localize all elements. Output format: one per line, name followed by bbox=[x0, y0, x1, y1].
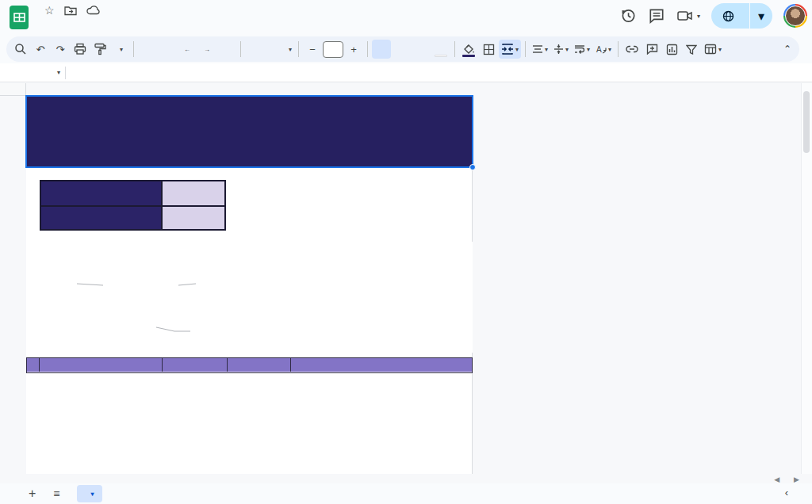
selection-fill-handle[interactable] bbox=[469, 164, 476, 170]
done-label-cell[interactable] bbox=[41, 207, 163, 229]
meet-dropdown-caret[interactable]: ▾ bbox=[697, 13, 700, 20]
text-color-button[interactable] bbox=[431, 40, 450, 59]
font-size-input[interactable] bbox=[323, 41, 343, 58]
borders-button[interactable] bbox=[479, 40, 498, 59]
sheet-tab-active[interactable]: ▾ bbox=[77, 485, 102, 502]
add-sheet-button[interactable]: + bbox=[29, 487, 36, 501]
priority-donut-chart[interactable] bbox=[28, 242, 255, 353]
table-views-button[interactable]: ▾ bbox=[702, 40, 724, 59]
share-dropdown-caret[interactable]: ▾ bbox=[750, 3, 772, 29]
share-button[interactable] bbox=[711, 3, 749, 29]
sheet-tab-bar: + ≡ ▾ ‹ bbox=[0, 483, 812, 504]
undo-icon[interactable]: ↶ bbox=[31, 40, 50, 59]
task-column-header[interactable] bbox=[40, 358, 163, 372]
vertical-scrollbar[interactable] bbox=[801, 83, 812, 474]
total-tasks-value-cell[interactable] bbox=[163, 181, 224, 205]
fill-color-button[interactable] bbox=[459, 40, 478, 59]
total-tasks-label-cell[interactable] bbox=[41, 181, 163, 205]
meet-video-icon[interactable] bbox=[676, 7, 694, 25]
insert-link-icon[interactable] bbox=[622, 40, 642, 59]
strikethrough-button[interactable] bbox=[412, 40, 431, 59]
insert-chart-icon[interactable] bbox=[662, 40, 681, 59]
task-table bbox=[26, 357, 473, 373]
cloud-status-icon[interactable] bbox=[86, 6, 100, 15]
create-filter-icon[interactable] bbox=[682, 40, 701, 59]
italic-button[interactable] bbox=[392, 40, 411, 59]
select-all-corner[interactable] bbox=[0, 83, 26, 96]
text-wrap-button[interactable]: ▾ bbox=[572, 40, 592, 59]
merge-cells-button[interactable]: ▾ bbox=[499, 40, 521, 59]
title-banner-cell[interactable] bbox=[26, 96, 473, 167]
format-percent-icon[interactable] bbox=[158, 40, 177, 59]
print-icon[interactable] bbox=[71, 40, 90, 59]
version-history-icon[interactable] bbox=[619, 7, 637, 25]
due-date-column-header[interactable] bbox=[163, 358, 228, 372]
decrease-decimal-icon[interactable]: ← bbox=[178, 40, 197, 59]
google-sheets-app: ☆ bbox=[0, 0, 812, 504]
side-panel-collapse-icon[interactable]: ‹ bbox=[785, 487, 788, 498]
insert-comment-icon[interactable] bbox=[642, 40, 661, 59]
account-avatar[interactable] bbox=[783, 4, 807, 28]
more-formats-icon[interactable] bbox=[217, 40, 236, 59]
share-lock-globe-icon bbox=[722, 10, 734, 22]
decrease-font-size-button[interactable]: − bbox=[303, 40, 322, 59]
scroll-left-arrow: ◀ bbox=[774, 475, 779, 483]
bold-button[interactable] bbox=[372, 40, 391, 59]
name-box[interactable]: ▾ bbox=[0, 69, 60, 76]
check-column-header[interactable] bbox=[27, 358, 40, 372]
sheets-logo-icon[interactable] bbox=[8, 6, 30, 29]
formula-bar: ▾ bbox=[0, 63, 812, 82]
priority-column-header[interactable] bbox=[228, 358, 291, 372]
sheet-tab-caret[interactable]: ▾ bbox=[91, 491, 94, 498]
summary-table bbox=[40, 180, 226, 231]
donut-leader-lines bbox=[28, 242, 255, 353]
main-toolbar: ↶ ↷ ▾ ← → ▾ − + bbox=[6, 36, 799, 62]
merge-dropdown-caret: ▾ bbox=[515, 46, 519, 53]
horizontal-align-button[interactable]: ▾ bbox=[530, 40, 550, 59]
redo-icon[interactable]: ↷ bbox=[51, 40, 70, 59]
increase-font-size-button[interactable]: + bbox=[344, 40, 363, 59]
format-currency-icon[interactable] bbox=[138, 40, 157, 59]
vertical-align-button[interactable]: ▾ bbox=[551, 40, 571, 59]
font-select[interactable]: ▾ bbox=[245, 40, 294, 59]
move-folder-icon[interactable] bbox=[64, 6, 77, 16]
svg-text:A: A bbox=[596, 45, 602, 54]
done-value-cell[interactable] bbox=[163, 207, 224, 229]
scroll-right-arrow: ▶ bbox=[794, 475, 799, 483]
share-button-group: ▾ bbox=[711, 3, 772, 29]
task-table-header bbox=[27, 358, 472, 372]
increase-decimal-icon[interactable]: → bbox=[197, 40, 216, 59]
comments-icon[interactable] bbox=[648, 7, 665, 25]
tasks-bar-chart[interactable] bbox=[262, 242, 473, 353]
search-icon[interactable] bbox=[11, 40, 30, 59]
star-icon[interactable]: ☆ bbox=[44, 4, 55, 17]
all-sheets-menu-icon[interactable]: ≡ bbox=[53, 487, 59, 500]
functions-button[interactable] bbox=[725, 40, 744, 59]
zoom-select[interactable]: ▾ bbox=[110, 40, 129, 59]
hide-menus-caret[interactable]: ⌃ bbox=[783, 44, 791, 55]
paint-format-icon[interactable] bbox=[90, 40, 109, 59]
horizontal-scrollbar[interactable]: ◀▶ bbox=[774, 475, 799, 483]
notes-column-header[interactable] bbox=[291, 358, 472, 372]
spreadsheet-grid: ◀▶ bbox=[0, 83, 812, 483]
text-rotation-button[interactable]: A ▾ bbox=[593, 40, 614, 59]
top-bar: ☆ bbox=[0, 0, 812, 35]
